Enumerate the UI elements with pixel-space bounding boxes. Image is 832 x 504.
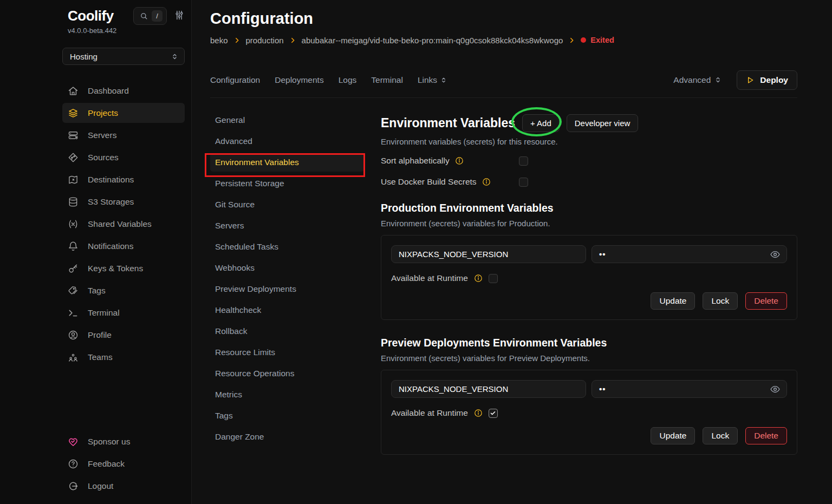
env-key-input[interactable]: [391, 380, 586, 398]
subnav-resource-operations[interactable]: Resource Operations: [210, 364, 364, 383]
breadcrumb-resource[interactable]: abubakar--meigag/vid-tube-beko-pro:main-…: [302, 36, 563, 45]
subnav-danger-zone[interactable]: Danger Zone: [210, 428, 364, 446]
sidebar-item-servers[interactable]: Servers: [62, 125, 185, 145]
sidebar-item-sources[interactable]: Sources: [62, 147, 185, 167]
users-icon: [68, 352, 79, 363]
settings-sliders-button[interactable]: [174, 10, 185, 23]
eye-icon[interactable]: [770, 384, 781, 395]
info-icon: [455, 156, 464, 165]
subnav-metrics[interactable]: Metrics: [210, 385, 364, 404]
map-icon: [68, 174, 79, 185]
key-icon: [68, 263, 79, 274]
sidebar-item-keys-tokens[interactable]: Keys & Tokens: [62, 258, 185, 278]
server-icon: [68, 130, 79, 141]
sidebar-item-terminal[interactable]: Terminal: [62, 303, 185, 323]
env-value-input[interactable]: ••: [592, 380, 787, 398]
chevron-updown-icon: [171, 53, 179, 61]
production-env-title: Production Environment Variables: [381, 202, 797, 214]
sidebar: Coolify / v4.0.0-beta.442 Hosting Dashbo…: [0, 0, 192, 504]
terminal-icon: [68, 307, 79, 318]
info-icon: [474, 274, 483, 283]
coolify-app: Coolify / v4.0.0-beta.442 Hosting Dashbo…: [0, 0, 832, 504]
status-dot-icon: [581, 37, 586, 43]
chevron-right-icon: [289, 37, 296, 44]
app-version: v4.0.0-beta.442: [62, 27, 185, 35]
breadcrumb-environment[interactable]: production: [246, 36, 284, 45]
sidebar-item-feedback[interactable]: Feedback: [62, 454, 185, 474]
sidebar-item-teams[interactable]: Teams: [62, 347, 185, 367]
subnav-rollback[interactable]: Rollback: [210, 322, 364, 341]
sidebar-item-destinations[interactable]: Destinations: [62, 169, 185, 189]
subnav-preview-deployments[interactable]: Preview Deployments: [210, 280, 364, 298]
tab-terminal[interactable]: Terminal: [371, 75, 403, 85]
subnav-general[interactable]: General: [210, 111, 364, 129]
layers-icon: [68, 108, 79, 119]
user-circle-icon: [68, 330, 79, 341]
team-select[interactable]: Hosting: [62, 48, 185, 65]
sidebar-item-shared-variables[interactable]: Shared Variables: [62, 214, 185, 234]
subnav-persistent-storage[interactable]: Persistent Storage: [210, 174, 364, 193]
preview-env-subtitle: Environment (secrets) variables for Prev…: [381, 354, 797, 363]
env-section-title: Environment Variables: [381, 116, 515, 130]
bell-icon: [68, 241, 79, 252]
environment-variables-panel: Environment Variables + Add Developer vi…: [381, 111, 797, 455]
sidebar-item-notifications[interactable]: Notifications: [62, 236, 185, 256]
available-at-runtime-label: Available at Runtime: [391, 273, 468, 283]
tag-icon: [68, 285, 79, 296]
info-icon: [474, 409, 483, 417]
help-circle-icon: [68, 459, 79, 469]
subnav-scheduled-tasks[interactable]: Scheduled Tasks: [210, 238, 364, 256]
masked-value: ••: [599, 250, 606, 259]
lock-button[interactable]: Lock: [703, 292, 738, 310]
subnav-webhooks[interactable]: Webhooks: [210, 259, 364, 277]
variable-icon: [68, 219, 79, 230]
sidebar-item-projects[interactable]: Projects: [62, 103, 185, 123]
tab-configuration[interactable]: Configuration: [210, 75, 260, 85]
play-icon: [746, 76, 755, 84]
breadcrumb: beko production abubakar--meigag/vid-tub…: [210, 35, 797, 45]
subnav-healthcheck[interactable]: Healthcheck: [210, 301, 364, 319]
sidebar-footer: Sponsor us Feedback Logout: [62, 431, 185, 498]
lock-button[interactable]: Lock: [703, 427, 738, 444]
update-button[interactable]: Update: [651, 427, 695, 444]
subnav-tags[interactable]: Tags: [210, 407, 364, 425]
delete-button[interactable]: Delete: [745, 292, 787, 310]
sidebar-item-profile[interactable]: Profile: [62, 325, 185, 345]
delete-button[interactable]: Delete: [745, 427, 787, 444]
update-button[interactable]: Update: [651, 292, 695, 310]
preview-env-title: Preview Deployments Environment Variable…: [381, 337, 797, 349]
search-button[interactable]: /: [133, 7, 167, 25]
search-icon: [140, 12, 148, 20]
heart-icon: [68, 436, 79, 447]
tab-logs[interactable]: Logs: [339, 75, 357, 85]
tab-deployments[interactable]: Deployments: [275, 75, 323, 85]
env-key-input[interactable]: [391, 245, 586, 263]
sidebar-item-dashboard[interactable]: Dashboard: [62, 81, 185, 101]
developer-view-button[interactable]: Developer view: [567, 114, 639, 132]
eye-icon[interactable]: [770, 249, 781, 260]
sort-alphabetically-checkbox[interactable]: [519, 156, 528, 166]
docker-build-secrets-checkbox[interactable]: [519, 178, 528, 187]
logout-icon: [68, 481, 79, 492]
sidebar-item-s3-storages[interactable]: S3 Storages: [62, 192, 185, 212]
env-value-input[interactable]: ••: [592, 245, 787, 263]
production-env-subtitle: Environment (secrets) variables for Prod…: [381, 219, 797, 228]
sidebar-item-tags[interactable]: Tags: [62, 280, 185, 300]
subnav-servers[interactable]: Servers: [210, 217, 364, 235]
subnav-git-source[interactable]: Git Source: [210, 195, 364, 214]
breadcrumb-project[interactable]: beko: [210, 36, 228, 45]
preview-env-card: •• Available at Runtime Update Lock Dele…: [381, 370, 797, 455]
sidebar-item-logout[interactable]: Logout: [62, 476, 185, 496]
subnav-environment-variables[interactable]: Environment Variables: [210, 153, 364, 172]
tab-links[interactable]: Links: [418, 75, 447, 85]
subnav-resource-limits[interactable]: Resource Limits: [210, 343, 364, 362]
add-variable-button[interactable]: + Add: [522, 114, 560, 132]
home-icon: [68, 86, 79, 96]
sidebar-item-sponsor-us[interactable]: Sponsor us: [62, 431, 185, 451]
available-at-runtime-checkbox[interactable]: [489, 274, 498, 283]
subnav-advanced[interactable]: Advanced: [210, 132, 364, 150]
available-at-runtime-checkbox[interactable]: [489, 409, 498, 418]
docker-build-secrets-label: Use Docker Build Secrets: [381, 177, 477, 187]
advanced-dropdown[interactable]: Advanced: [673, 75, 722, 85]
deploy-button[interactable]: Deploy: [737, 70, 797, 90]
